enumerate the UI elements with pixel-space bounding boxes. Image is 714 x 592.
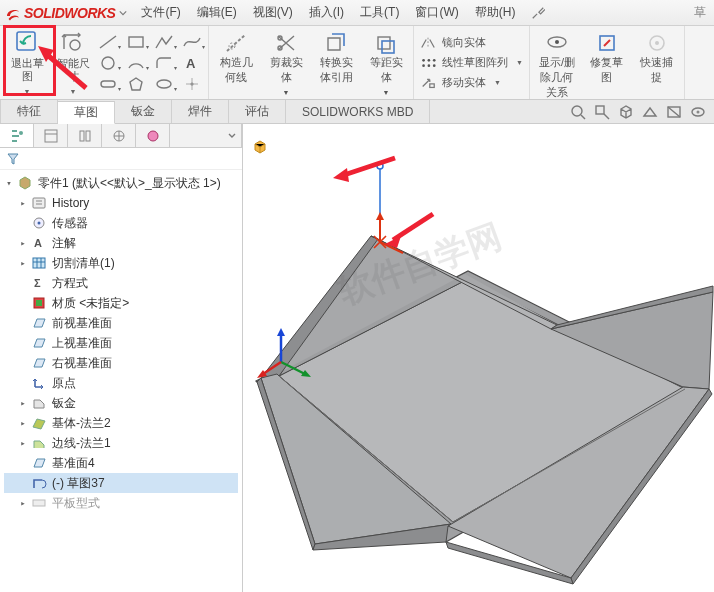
convert-entities-button[interactable]: 转换实 体引用 (313, 32, 359, 84)
panel-split-chevron-icon[interactable] (222, 124, 242, 147)
menu-view[interactable]: 视图(V) (245, 1, 301, 24)
svg-point-35 (148, 131, 158, 141)
svg-rect-32 (80, 131, 84, 141)
expand-icon[interactable]: ▸ (18, 198, 28, 208)
filter-icon[interactable] (6, 152, 20, 166)
svg-marker-71 (277, 328, 285, 336)
svg-point-29 (697, 110, 700, 113)
move-entities-button[interactable]: 移动实体▼ (420, 74, 523, 92)
linear-sketch-pattern-button[interactable]: 线性草图阵列▼ (420, 54, 523, 72)
line-icon[interactable]: ▾ (98, 34, 118, 50)
tree-edge-flange[interactable]: ▸ 边线-法兰1 (4, 433, 238, 453)
annotation-arrow-2 (331, 152, 401, 186)
menu-edit[interactable]: 编辑(E) (189, 1, 245, 24)
tree-base-flange[interactable]: ▸ 基体-法兰2 (4, 413, 238, 433)
svg-rect-33 (86, 131, 90, 141)
tree-flat-pattern[interactable]: ▸ 平板型式 (4, 493, 238, 513)
tab-features[interactable]: 特征 (0, 100, 58, 123)
tree-sketch37[interactable]: (-) 草图37 (4, 473, 238, 493)
tree-root[interactable]: ▾ 零件1 (默认<<默认>_显示状态 1>) (4, 173, 238, 193)
display-style-icon[interactable] (642, 104, 658, 120)
construction-geometry-button[interactable]: 构造几 何线 (213, 32, 259, 84)
svg-point-14 (428, 59, 431, 62)
tree-right-plane[interactable]: 右视基准面 (4, 353, 238, 373)
expand-icon[interactable]: ▸ (18, 258, 28, 268)
view-orientation-icon[interactable] (618, 104, 634, 120)
svg-text:A: A (34, 237, 42, 249)
display-delete-relations-button[interactable]: 显示/删 除几何 关系 (534, 32, 580, 99)
menu-file[interactable]: 文件(F) (133, 1, 188, 24)
graphics-viewport[interactable]: 软件自学网 (243, 124, 714, 592)
svg-point-13 (422, 59, 425, 62)
point-icon[interactable] (182, 76, 202, 92)
tree-sensors[interactable]: 传感器 (4, 213, 238, 233)
zoom-fit-icon[interactable] (570, 104, 586, 120)
feature-tree[interactable]: ▾ 零件1 (默认<<默认>_显示状态 1>) ▸ History 传感器 ▸ … (0, 170, 242, 592)
panel-tab-feature-tree[interactable] (0, 124, 34, 147)
section-view-icon[interactable] (666, 104, 682, 120)
text-icon[interactable]: A (182, 55, 202, 71)
fillet-icon[interactable]: ▾ (154, 55, 174, 71)
menu-search-icon[interactable] (523, 3, 553, 23)
svg-rect-11 (378, 37, 390, 49)
svg-rect-5 (101, 81, 115, 87)
app-menu-chevron-icon[interactable] (119, 9, 127, 17)
polygon-icon[interactable] (126, 76, 146, 92)
svg-rect-19 (430, 83, 434, 87)
quick-snap-button[interactable]: 快速捕 捉 (634, 32, 680, 84)
slot-icon[interactable]: ▾ (98, 76, 118, 92)
polyline-icon[interactable]: ▾ (154, 34, 174, 50)
app-brand-text: SOLIDWORKS (24, 5, 115, 21)
trim-entities-button[interactable]: 剪裁实 体▼ (263, 32, 309, 99)
tree-annotations[interactable]: ▸ A 注解 (4, 233, 238, 253)
tree-equations[interactable]: Σ 方程式 (4, 273, 238, 293)
ellipse-icon[interactable]: ▾ (154, 76, 174, 92)
svg-point-30 (19, 131, 23, 135)
model-render: 软件自学网 (243, 124, 714, 592)
svg-rect-43 (36, 300, 42, 306)
svg-point-3 (102, 57, 114, 69)
collapse-icon[interactable]: ▾ (4, 178, 14, 188)
tab-sketch[interactable]: 草图 (58, 101, 115, 124)
expand-icon[interactable]: ▸ (18, 398, 28, 408)
document-hint: 草 (694, 4, 714, 21)
panel-tab-dimxpert[interactable] (102, 124, 136, 147)
zoom-area-icon[interactable] (594, 104, 610, 120)
tab-weldments[interactable]: 焊件 (172, 100, 229, 123)
view-quick-tools (570, 104, 714, 120)
svg-rect-44 (33, 500, 45, 506)
annotation-arrow-3 (383, 210, 437, 250)
tree-cutlist[interactable]: ▸ 切割清单(1) (4, 253, 238, 273)
spline-icon[interactable]: ▾ (182, 34, 202, 50)
expand-icon[interactable]: ▸ (18, 238, 28, 248)
tree-plane4[interactable]: 基准面4 (4, 453, 238, 473)
tab-evaluate[interactable]: 评估 (229, 100, 286, 123)
menu-help[interactable]: 帮助(H) (467, 1, 524, 24)
expand-icon[interactable]: ▸ (18, 498, 28, 508)
tree-sheetmetal-folder[interactable]: ▸ 钣金 (4, 393, 238, 413)
orientation-triad-icon[interactable] (251, 138, 269, 156)
tree-history[interactable]: ▸ History (4, 193, 238, 213)
hide-show-icon[interactable] (690, 104, 706, 120)
tree-top-plane[interactable]: 上视基准面 (4, 333, 238, 353)
menu-tools[interactable]: 工具(T) (352, 1, 407, 24)
tree-front-plane[interactable]: 前视基准面 (4, 313, 238, 333)
circle-icon[interactable]: ▾ (98, 55, 118, 71)
panel-tab-config-mgr[interactable] (68, 124, 102, 147)
tree-origin[interactable]: 原点 (4, 373, 238, 393)
expand-icon[interactable]: ▸ (18, 438, 28, 448)
tab-sheetmetal[interactable]: 钣金 (115, 100, 172, 123)
arc-icon[interactable]: ▾ (126, 55, 146, 71)
tab-mbd[interactable]: SOLIDWORKS MBD (286, 100, 430, 123)
svg-rect-31 (45, 130, 57, 142)
menu-window[interactable]: 窗口(W) (407, 1, 466, 24)
repair-sketch-button[interactable]: 修复草 图 (584, 32, 630, 84)
expand-icon[interactable]: ▸ (18, 418, 28, 428)
offset-entities-button[interactable]: 等距实 体▼ (363, 32, 409, 99)
tree-material[interactable]: 材质 <未指定> (4, 293, 238, 313)
menu-insert[interactable]: 插入(I) (301, 1, 352, 24)
panel-tab-display-mgr[interactable] (136, 124, 170, 147)
panel-tab-property-mgr[interactable] (34, 124, 68, 147)
mirror-entities-button[interactable]: 镜向实体 (420, 34, 523, 52)
rectangle-icon[interactable]: ▾ (126, 34, 146, 50)
